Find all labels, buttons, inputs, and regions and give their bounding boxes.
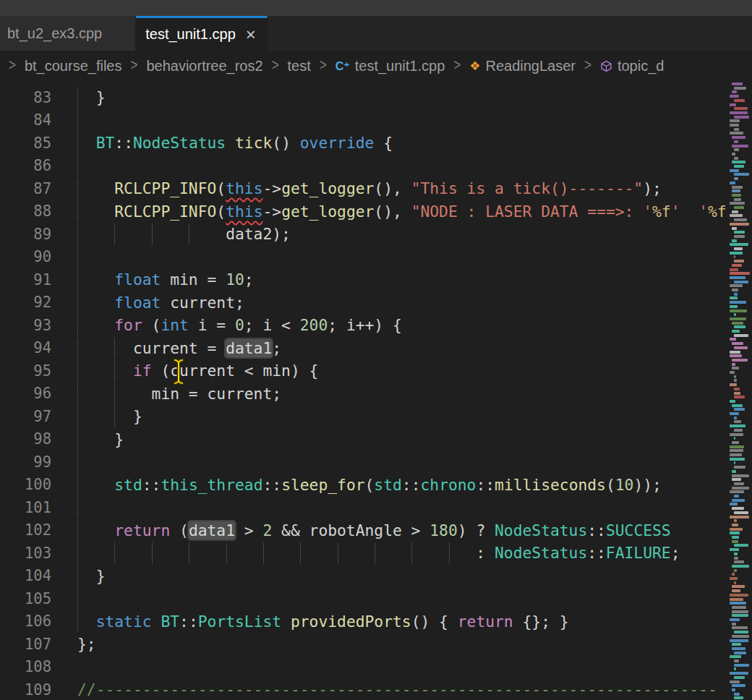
code-editor[interactable]: 83 }8485 BT::NodeStatus tick() override … bbox=[0, 81, 752, 700]
line-number[interactable]: 105 bbox=[0, 590, 77, 607]
line-number[interactable]: 102 bbox=[0, 521, 77, 539]
line-number[interactable]: 109 bbox=[0, 681, 77, 699]
breadcrumb-item-topic_d[interactable]: topic_d bbox=[600, 58, 665, 74]
token: min = bbox=[161, 270, 226, 289]
tab-close-icon[interactable]: × bbox=[246, 26, 256, 43]
token: ( bbox=[365, 476, 375, 494]
minimap-line bbox=[734, 693, 740, 696]
minimap-line bbox=[730, 301, 746, 304]
breadcrumb-item-test[interactable]: test bbox=[288, 58, 311, 74]
line-number[interactable]: 95 bbox=[0, 362, 77, 380]
line-number[interactable]: 101 bbox=[0, 499, 77, 516]
breadcrumb-item-bt_course_files[interactable]: bt_course_files bbox=[25, 58, 122, 74]
code-line-101[interactable]: 101 bbox=[0, 496, 729, 519]
line-number[interactable]: 85 bbox=[0, 135, 77, 152]
token: current; bbox=[161, 294, 244, 312]
line-number[interactable]: 90 bbox=[0, 248, 77, 265]
code-line-83[interactable]: 83 } bbox=[0, 86, 729, 109]
line-number[interactable]: 92 bbox=[0, 294, 77, 311]
token: 10 bbox=[226, 270, 244, 289]
code-line-105[interactable]: 105 bbox=[0, 587, 729, 610]
line-number[interactable]: 100 bbox=[0, 476, 77, 493]
token: int bbox=[161, 316, 188, 334]
token bbox=[226, 134, 235, 152]
code-line-108[interactable]: 108 bbox=[0, 656, 729, 679]
breadcrumb-item-ReadingLaser[interactable]: ❖ReadingLaser bbox=[469, 58, 576, 74]
code-line-100[interactable]: 100 std::this_thread::sleep_for(std::chr… bbox=[0, 474, 729, 497]
tab-test_unit1-cpp[interactable]: test_unit1.cpp× bbox=[136, 16, 268, 51]
code-line-109[interactable]: 109//-----------------------------------… bbox=[0, 678, 729, 700]
minimap-line bbox=[732, 623, 736, 626]
minimap-line bbox=[734, 206, 744, 209]
word-highlight: data1 bbox=[189, 521, 235, 539]
minimap[interactable] bbox=[729, 81, 752, 700]
line-number[interactable]: 86 bbox=[0, 157, 77, 174]
minimap-line bbox=[732, 573, 735, 576]
code-line-89[interactable]: 89 data2); bbox=[0, 223, 729, 246]
minimap-line bbox=[732, 565, 749, 568]
line-number[interactable]: 103 bbox=[0, 545, 77, 562]
code-line-85[interactable]: 85 BT::NodeStatus tick() override { bbox=[0, 132, 729, 155]
line-number[interactable]: 88 bbox=[0, 202, 77, 220]
code-line-90[interactable]: 90 bbox=[0, 246, 729, 269]
code-line-84[interactable]: 84 bbox=[0, 109, 729, 132]
line-number[interactable]: 91 bbox=[0, 271, 77, 289]
code-text: float current; bbox=[77, 294, 244, 312]
line-number[interactable]: 106 bbox=[0, 612, 77, 630]
line-number[interactable]: 83 bbox=[0, 89, 77, 106]
line-number[interactable]: 89 bbox=[0, 226, 77, 243]
minimap-line bbox=[730, 243, 748, 246]
code-line-94[interactable]: 94 current = data1; bbox=[0, 337, 729, 360]
line-number[interactable]: 104 bbox=[0, 567, 77, 584]
code-line-86[interactable]: 86 bbox=[0, 155, 729, 178]
code-line-107[interactable]: 107}; bbox=[0, 633, 729, 656]
code-line-99[interactable]: 99 bbox=[0, 451, 729, 474]
token: data2); bbox=[77, 225, 291, 243]
code-line-92[interactable]: 92 float current; bbox=[0, 291, 729, 315]
code-line-95[interactable]: 95 if (current < min) { bbox=[0, 359, 729, 383]
word-highlight: data1 bbox=[226, 339, 272, 357]
minimap-line bbox=[734, 247, 743, 250]
code-line-98[interactable]: 98 } bbox=[0, 428, 729, 451]
token: :: bbox=[476, 476, 495, 494]
code-text: //--------------------------------------… bbox=[77, 680, 717, 699]
code-line-103[interactable]: 103 : NodeStatus::FAILURE; bbox=[0, 542, 729, 565]
token: ( bbox=[606, 476, 615, 494]
code-line-88[interactable]: 88 RCLCPP_INFO(this->get_logger(), "NODE… bbox=[0, 200, 729, 223]
line-number[interactable]: 93 bbox=[0, 317, 77, 334]
token: tick bbox=[235, 134, 272, 152]
code-line-96[interactable]: 96 min = current; bbox=[0, 383, 729, 406]
line-number[interactable]: 97 bbox=[0, 408, 77, 425]
token: (), bbox=[374, 179, 411, 197]
code-line-106[interactable]: 106 static BT::PortsList providedPorts()… bbox=[0, 610, 729, 633]
code-line-87[interactable]: 87 RCLCPP_INFO(this->get_logger(), "This… bbox=[0, 177, 729, 200]
breadcrumb-item-test_unit1-cpp[interactable]: C⁺test_unit1.cpp bbox=[336, 58, 445, 74]
code-line-97[interactable]: 97 } bbox=[0, 405, 729, 428]
line-number[interactable]: 99 bbox=[0, 453, 77, 471]
line-number[interactable]: 107 bbox=[0, 636, 77, 653]
token: ; bbox=[671, 544, 680, 562]
token bbox=[77, 362, 133, 380]
token: ; i < bbox=[244, 316, 300, 334]
line-number[interactable]: 98 bbox=[0, 430, 77, 448]
tab-bt_u2_ex3-cpp[interactable]: bt_u2_ex3.cpp bbox=[0, 16, 136, 51]
code-line-104[interactable]: 104 } bbox=[0, 565, 729, 588]
minimap-line bbox=[734, 560, 744, 563]
code-line-93[interactable]: 93 for (int i = 0; i < 200; i++) { bbox=[0, 314, 729, 337]
line-number[interactable]: 96 bbox=[0, 385, 77, 402]
line-number[interactable]: 87 bbox=[0, 180, 77, 197]
minimap-line bbox=[732, 289, 738, 291]
minimap-line bbox=[730, 532, 740, 534]
code-line-102[interactable]: 102 return (data1 > 2 && robotAngle > 18… bbox=[0, 519, 729, 542]
token: }; bbox=[77, 635, 96, 653]
line-number[interactable]: 84 bbox=[0, 111, 77, 129]
line-number[interactable]: 108 bbox=[0, 658, 77, 675]
minimap-line bbox=[730, 602, 746, 605]
minimap-line bbox=[734, 231, 745, 234]
line-number[interactable]: 94 bbox=[0, 339, 77, 357]
token bbox=[77, 134, 96, 152]
code-line-91[interactable]: 91 float min = 10; bbox=[0, 268, 729, 291]
minimap-line bbox=[732, 635, 749, 638]
indent-guide bbox=[77, 247, 78, 268]
breadcrumb-item-behaviortree_ros2[interactable]: behaviortree_ros2 bbox=[146, 58, 262, 74]
